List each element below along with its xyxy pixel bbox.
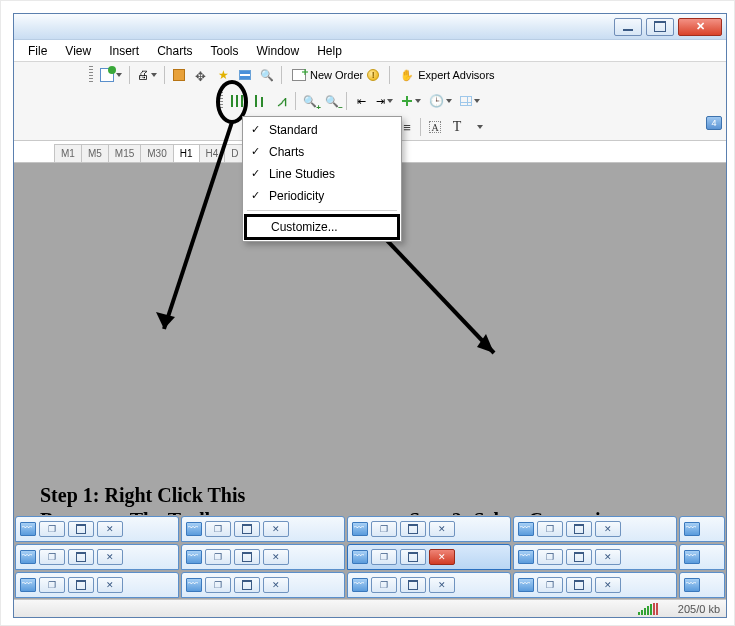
auto-scroll-button[interactable]: ⇤ [351,91,371,111]
line-chart-button[interactable] [271,91,291,111]
menu-insert[interactable]: Insert [101,42,147,60]
mdi-max-button[interactable] [400,577,426,593]
mdi-child-window[interactable] [181,544,345,570]
mdi-close-button[interactable] [429,549,455,565]
menu-file[interactable]: File [20,42,55,60]
tab-m1[interactable]: M1 [54,144,82,162]
text-button[interactable]: T [447,117,467,137]
ctx-charts-label: Charts [269,145,304,159]
market-watch-button[interactable] [169,65,189,85]
mdi-restore-button[interactable] [39,521,65,537]
templates-button[interactable] [457,91,483,111]
mdi-child-window[interactable] [513,516,677,542]
zoom-out-button[interactable] [322,91,342,111]
menu-help[interactable]: Help [309,42,350,60]
mdi-child-window[interactable] [347,516,511,542]
mdi-restore-button[interactable] [205,577,231,593]
mdi-max-button[interactable] [234,549,260,565]
mdi-max-button[interactable] [68,577,94,593]
mdi-max-button[interactable] [68,521,94,537]
ctx-standard[interactable]: ✓ Standard [245,119,399,141]
mdi-restore-button[interactable] [205,549,231,565]
mdi-close-button[interactable] [429,521,455,537]
mdi-restore-button[interactable] [537,577,563,593]
navigator-button[interactable] [191,65,211,85]
chart-shift-button[interactable]: ⇥ [373,91,396,111]
text-label-button[interactable]: A [425,117,445,137]
mdi-close-button[interactable] [595,577,621,593]
tab-m5[interactable]: M5 [81,144,109,162]
mdi-max-button[interactable] [234,577,260,593]
close-button[interactable] [678,18,722,36]
tab-m15[interactable]: M15 [108,144,141,162]
mdi-close-button[interactable] [595,521,621,537]
menu-charts[interactable]: Charts [149,42,200,60]
bar-chart-button[interactable] [227,91,247,111]
tab-h1[interactable]: H1 [173,144,200,162]
mdi-child-window[interactable] [15,572,179,598]
mail-badge[interactable]: 4 [706,116,722,130]
mdi-restore-button[interactable] [537,521,563,537]
tab-h4[interactable]: H4 [199,144,226,162]
mdi-close-button[interactable] [595,549,621,565]
maximize-button[interactable] [646,18,674,36]
ctx-charts[interactable]: ✓ Charts [245,141,399,163]
mdi-close-button[interactable] [429,577,455,593]
mdi-child-window[interactable] [15,544,179,570]
mdi-child-window-active[interactable] [347,544,511,570]
toolbar-grip-icon[interactable] [89,66,93,84]
ctx-customize[interactable]: Customize... [244,214,400,240]
mdi-max-button[interactable] [400,549,426,565]
mdi-restore-button[interactable] [371,521,397,537]
candlestick-button[interactable] [249,91,269,111]
mdi-max-button[interactable] [400,521,426,537]
mdi-restore-button[interactable] [371,577,397,593]
tab-m30[interactable]: M30 [140,144,173,162]
data-window-button[interactable] [235,65,255,85]
mdi-restore-button[interactable] [39,577,65,593]
mdi-max-button[interactable] [566,577,592,593]
mdi-close-button[interactable] [97,577,123,593]
mdi-child-window[interactable] [347,572,511,598]
menu-window[interactable]: Window [249,42,308,60]
mdi-close-button[interactable] [263,549,289,565]
mdi-child-window[interactable] [513,544,677,570]
mdi-child-window[interactable] [15,516,179,542]
new-order-button[interactable]: New Order ! [286,65,385,85]
profiles-button[interactable] [134,65,160,85]
mdi-restore-button[interactable] [537,549,563,565]
mdi-restore-button[interactable] [205,521,231,537]
objects-button[interactable] [469,117,489,137]
mdi-restore-button[interactable] [39,549,65,565]
menu-view[interactable]: View [57,42,99,60]
mdi-max-button[interactable] [234,521,260,537]
mdi-close-button[interactable] [263,521,289,537]
mdi-child-window[interactable] [679,516,725,542]
mdi-max-button[interactable] [566,549,592,565]
ctx-periodicity[interactable]: ✓ Periodicity [245,185,399,207]
check-icon: ✓ [251,123,260,136]
mdi-child-window[interactable] [181,516,345,542]
favorites-button[interactable] [213,65,233,85]
periodicity-button[interactable] [426,91,455,111]
mdi-child-window[interactable] [679,544,725,570]
indicators-button[interactable] [398,91,424,111]
mdi-max-button[interactable] [566,521,592,537]
mdi-close-button[interactable] [263,577,289,593]
mdi-close-button[interactable] [97,521,123,537]
expert-advisors-button[interactable]: Expert Advisors [394,65,500,85]
zoom-in-button[interactable] [300,91,320,111]
new-chart-button[interactable] [97,65,125,85]
minimize-button[interactable] [614,18,642,36]
mdi-restore-button[interactable] [371,549,397,565]
mdi-max-button[interactable] [68,549,94,565]
mdi-child-window[interactable] [181,572,345,598]
menu-tools[interactable]: Tools [203,42,247,60]
terminal-button[interactable] [257,65,277,85]
toolbar-standard: New Order ! Expert Advisors [14,62,726,88]
mdi-child-window[interactable] [679,572,725,598]
mdi-child-window[interactable] [513,572,677,598]
mdi-close-button[interactable] [97,549,123,565]
toolbar-grip-icon[interactable] [219,92,223,110]
ctx-line-studies[interactable]: ✓ Line Studies [245,163,399,185]
